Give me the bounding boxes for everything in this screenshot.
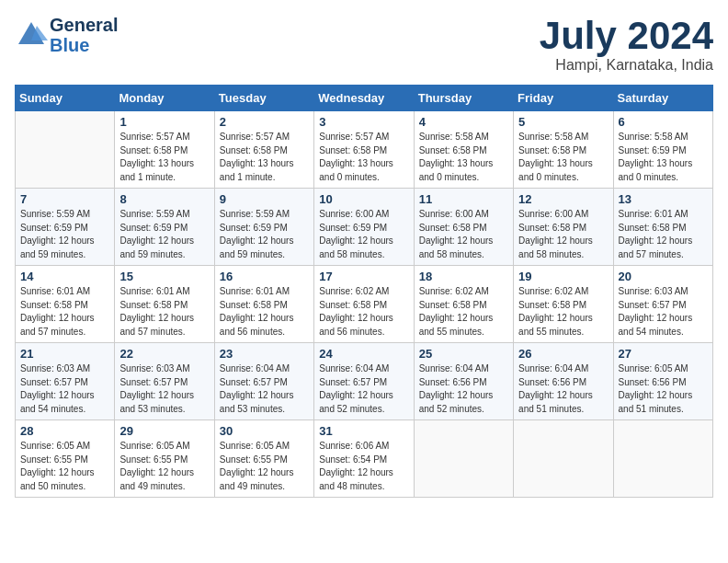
calendar-header-row: SundayMondayTuesdayWednesdayThursdayFrid… — [16, 86, 713, 111]
day-info: Sunrise: 6:02 AM Sunset: 6:58 PM Dayligh… — [419, 285, 508, 339]
day-info: Sunrise: 6:05 AM Sunset: 6:55 PM Dayligh… — [20, 440, 109, 493]
day-info: Sunrise: 5:59 AM Sunset: 6:59 PM Dayligh… — [119, 208, 209, 261]
day-number: 29 — [119, 424, 209, 438]
calendar-week-row: 14Sunrise: 6:01 AM Sunset: 6:58 PM Dayli… — [16, 266, 713, 343]
day-number: 19 — [518, 270, 608, 283]
day-info: Sunrise: 6:03 AM Sunset: 6:57 PM Dayligh… — [20, 362, 109, 416]
calendar-week-row: 7Sunrise: 5:59 AM Sunset: 6:59 PM Daylig… — [16, 189, 713, 266]
day-info: Sunrise: 5:57 AM Sunset: 6:58 PM Dayligh… — [119, 131, 209, 184]
day-number: 28 — [20, 424, 109, 438]
day-number: 21 — [20, 347, 109, 361]
calendar-cell — [16, 111, 115, 189]
calendar-week-row: 21Sunrise: 6:03 AM Sunset: 6:57 PM Dayli… — [16, 343, 713, 420]
day-number: 7 — [20, 192, 109, 206]
day-number: 1 — [119, 115, 209, 129]
day-info: Sunrise: 6:04 AM Sunset: 6:57 PM Dayligh… — [220, 362, 309, 416]
calendar-week-row: 28Sunrise: 6:05 AM Sunset: 6:55 PM Dayli… — [16, 420, 713, 498]
title-block: July 2024 Hampi, Karnataka, India — [540, 15, 713, 74]
day-number: 20 — [619, 270, 708, 283]
calendar-cell — [514, 420, 613, 498]
calendar-cell: 6Sunrise: 5:58 AM Sunset: 6:59 PM Daylig… — [613, 111, 712, 189]
day-number: 11 — [419, 192, 508, 206]
day-info: Sunrise: 6:06 AM Sunset: 6:54 PM Dayligh… — [319, 440, 408, 493]
day-info: Sunrise: 6:04 AM Sunset: 6:57 PM Dayligh… — [319, 362, 408, 416]
calendar-cell: 30Sunrise: 6:05 AM Sunset: 6:55 PM Dayli… — [214, 420, 313, 498]
calendar-cell: 13Sunrise: 6:01 AM Sunset: 6:58 PM Dayli… — [613, 189, 712, 266]
day-info: Sunrise: 6:01 AM Sunset: 6:58 PM Dayligh… — [220, 285, 309, 339]
calendar-cell: 21Sunrise: 6:03 AM Sunset: 6:57 PM Dayli… — [16, 343, 115, 420]
day-number: 24 — [319, 347, 408, 361]
logo: General Blue — [15, 15, 118, 55]
day-info: Sunrise: 6:02 AM Sunset: 6:58 PM Dayligh… — [319, 285, 408, 339]
day-info: Sunrise: 6:00 AM Sunset: 6:59 PM Dayligh… — [319, 208, 408, 261]
day-of-week-header: Wednesday — [314, 86, 414, 111]
day-of-week-header: Saturday — [613, 86, 712, 111]
day-info: Sunrise: 5:57 AM Sunset: 6:58 PM Dayligh… — [319, 131, 408, 184]
calendar-cell: 8Sunrise: 5:59 AM Sunset: 6:59 PM Daylig… — [115, 189, 214, 266]
calendar-cell: 9Sunrise: 5:59 AM Sunset: 6:59 PM Daylig… — [214, 189, 313, 266]
day-number: 17 — [319, 270, 408, 283]
calendar-cell: 27Sunrise: 6:05 AM Sunset: 6:56 PM Dayli… — [613, 343, 712, 420]
day-info: Sunrise: 6:01 AM Sunset: 6:58 PM Dayligh… — [119, 285, 209, 339]
day-info: Sunrise: 6:03 AM Sunset: 6:57 PM Dayligh… — [619, 285, 708, 339]
day-number: 27 — [619, 347, 708, 361]
calendar-cell: 5Sunrise: 5:58 AM Sunset: 6:58 PM Daylig… — [514, 111, 613, 189]
calendar-cell: 3Sunrise: 5:57 AM Sunset: 6:58 PM Daylig… — [314, 111, 414, 189]
day-number: 30 — [220, 424, 309, 438]
calendar-cell: 2Sunrise: 5:57 AM Sunset: 6:58 PM Daylig… — [214, 111, 313, 189]
calendar-body: 1Sunrise: 5:57 AM Sunset: 6:58 PM Daylig… — [16, 111, 713, 498]
calendar-cell: 19Sunrise: 6:02 AM Sunset: 6:58 PM Dayli… — [514, 266, 613, 343]
calendar-cell: 18Sunrise: 6:02 AM Sunset: 6:58 PM Dayli… — [414, 266, 513, 343]
day-info: Sunrise: 6:04 AM Sunset: 6:56 PM Dayligh… — [518, 362, 608, 416]
day-info: Sunrise: 6:01 AM Sunset: 6:58 PM Dayligh… — [20, 285, 109, 339]
calendar-cell — [613, 420, 712, 498]
day-info: Sunrise: 5:59 AM Sunset: 6:59 PM Dayligh… — [220, 208, 309, 261]
day-of-week-header: Friday — [514, 86, 613, 111]
day-info: Sunrise: 5:58 AM Sunset: 6:58 PM Dayligh… — [419, 131, 508, 184]
day-of-week-header: Sunday — [16, 86, 115, 111]
day-number: 8 — [119, 192, 209, 206]
calendar-cell: 24Sunrise: 6:04 AM Sunset: 6:57 PM Dayli… — [314, 343, 414, 420]
day-number: 31 — [319, 424, 408, 438]
day-of-week-header: Tuesday — [214, 86, 313, 111]
day-info: Sunrise: 6:03 AM Sunset: 6:57 PM Dayligh… — [119, 362, 209, 416]
day-number: 16 — [220, 270, 309, 283]
day-number: 18 — [419, 270, 508, 283]
calendar-cell: 15Sunrise: 6:01 AM Sunset: 6:58 PM Dayli… — [115, 266, 214, 343]
day-info: Sunrise: 6:00 AM Sunset: 6:58 PM Dayligh… — [419, 208, 508, 261]
calendar-cell: 11Sunrise: 6:00 AM Sunset: 6:58 PM Dayli… — [414, 189, 513, 266]
logo-blue-text: Blue — [50, 35, 118, 55]
day-info: Sunrise: 6:00 AM Sunset: 6:58 PM Dayligh… — [518, 208, 608, 261]
calendar-cell: 1Sunrise: 5:57 AM Sunset: 6:58 PM Daylig… — [115, 111, 214, 189]
calendar-cell: 26Sunrise: 6:04 AM Sunset: 6:56 PM Dayli… — [514, 343, 613, 420]
day-info: Sunrise: 5:57 AM Sunset: 6:58 PM Dayligh… — [220, 131, 309, 184]
calendar-cell: 29Sunrise: 6:05 AM Sunset: 6:55 PM Dayli… — [115, 420, 214, 498]
day-info: Sunrise: 6:05 AM Sunset: 6:56 PM Dayligh… — [619, 362, 708, 416]
day-info: Sunrise: 6:05 AM Sunset: 6:55 PM Dayligh… — [220, 440, 309, 493]
calendar-cell: 4Sunrise: 5:58 AM Sunset: 6:58 PM Daylig… — [414, 111, 513, 189]
day-info: Sunrise: 5:58 AM Sunset: 6:59 PM Dayligh… — [619, 131, 708, 184]
calendar-table: SundayMondayTuesdayWednesdayThursdayFrid… — [15, 85, 713, 498]
day-number: 26 — [518, 347, 608, 361]
calendar-cell: 23Sunrise: 6:04 AM Sunset: 6:57 PM Dayli… — [214, 343, 313, 420]
day-info: Sunrise: 6:05 AM Sunset: 6:55 PM Dayligh… — [119, 440, 209, 493]
calendar-cell: 31Sunrise: 6:06 AM Sunset: 6:54 PM Dayli… — [314, 420, 414, 498]
day-of-week-header: Thursday — [414, 86, 513, 111]
calendar-cell: 22Sunrise: 6:03 AM Sunset: 6:57 PM Dayli… — [115, 343, 214, 420]
day-info: Sunrise: 6:01 AM Sunset: 6:58 PM Dayligh… — [619, 208, 708, 261]
day-number: 12 — [518, 192, 608, 206]
calendar-cell: 20Sunrise: 6:03 AM Sunset: 6:57 PM Dayli… — [613, 266, 712, 343]
calendar-week-row: 1Sunrise: 5:57 AM Sunset: 6:58 PM Daylig… — [16, 111, 713, 189]
day-number: 14 — [20, 270, 109, 283]
day-of-week-header: Monday — [115, 86, 214, 111]
calendar-cell: 7Sunrise: 5:59 AM Sunset: 6:59 PM Daylig… — [16, 189, 115, 266]
day-number: 25 — [419, 347, 508, 361]
calendar-cell: 10Sunrise: 6:00 AM Sunset: 6:59 PM Dayli… — [314, 189, 414, 266]
calendar-cell: 17Sunrise: 6:02 AM Sunset: 6:58 PM Dayli… — [314, 266, 414, 343]
day-number: 2 — [220, 115, 309, 129]
day-number: 9 — [220, 192, 309, 206]
day-number: 22 — [119, 347, 209, 361]
logo-icon — [15, 18, 48, 52]
day-number: 6 — [619, 115, 708, 129]
calendar-cell: 28Sunrise: 6:05 AM Sunset: 6:55 PM Dayli… — [16, 420, 115, 498]
